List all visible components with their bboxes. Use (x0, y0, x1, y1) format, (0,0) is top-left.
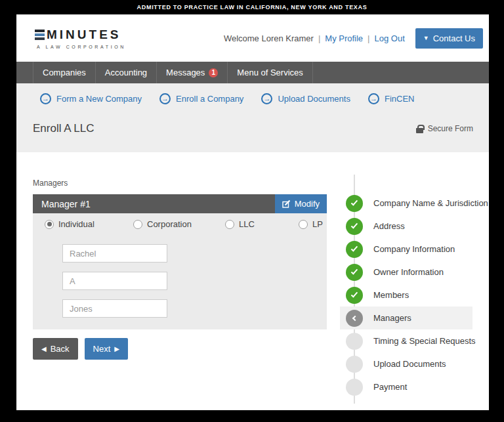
radio-label: Corporation (147, 219, 192, 229)
back-label: Back (51, 344, 70, 354)
quick-link-upload-documents[interactable]: → Upload Documents (261, 93, 350, 104)
empty-circle-icon (346, 356, 363, 373)
my-profile-link[interactable]: My Profile (325, 33, 363, 43)
radio-button-icon (133, 220, 142, 229)
step-upload-documents[interactable]: Upload Documents (346, 352, 472, 375)
check-circle-icon (346, 195, 363, 212)
title-row: Enroll A LLC Secure Form (16, 122, 489, 135)
check-circle-icon (346, 264, 363, 281)
main-content: Managers Manager #1 Modify Individual (16, 152, 489, 398)
contact-us-label: Contact Us (433, 33, 475, 43)
form-nav-buttons: ◀ Back Next ▶ (33, 338, 327, 360)
step-payment[interactable]: Payment (346, 375, 472, 398)
arrow-circle-icon: → (40, 93, 51, 104)
empty-circle-icon (346, 333, 363, 350)
step-members[interactable]: Members (346, 284, 472, 306)
site-header: MINUTES A LAW CORPORATION Welcome Loren … (16, 14, 489, 62)
step-label: Address (373, 221, 405, 231)
next-label: Next (93, 344, 111, 354)
middle-name-field[interactable] (62, 272, 167, 290)
step-label: Members (373, 290, 409, 300)
separator: | (318, 33, 320, 43)
quick-link-label: FinCEN (385, 94, 415, 104)
quick-link-label: Enroll a Company (176, 94, 243, 104)
eminutes-logo[interactable]: MINUTES A LAW CORPORATION (35, 28, 126, 49)
radio-llc[interactable]: LLC (225, 219, 299, 229)
step-company-name-jurisdiction[interactable]: Company Name & Jurisdiction (346, 192, 472, 215)
step-owner-information[interactable]: Owner Information (346, 261, 472, 284)
back-button[interactable]: ◀ Back (33, 338, 78, 360)
edit-icon (282, 200, 291, 208)
first-name-field[interactable] (62, 244, 167, 263)
radio-corporation[interactable]: Corporation (133, 219, 225, 229)
manager-form: Managers Manager #1 Modify Individual (33, 179, 327, 398)
nav-tab-messages[interactable]: Messages 1 (156, 62, 227, 83)
caret-down-icon: ▼ (423, 35, 429, 41)
page-title: Enroll A LLC (33, 122, 94, 135)
step-address[interactable]: Address (346, 215, 472, 238)
step-label: Company Information (373, 244, 455, 254)
quick-link-fincen[interactable]: → FinCEN (368, 93, 415, 104)
step-label: Managers (373, 313, 411, 323)
radio-lp[interactable]: LP (299, 219, 323, 229)
back-arrow-icon: ◀ (41, 345, 47, 352)
radio-button-icon (299, 220, 308, 229)
nav-tab-label: Menu of Services (237, 68, 303, 77)
page-header-band: → Form a New Company → Enroll a Company … (16, 83, 489, 152)
arrow-circle-icon: → (368, 93, 379, 104)
manager-panel-header: Manager #1 Modify (33, 194, 327, 213)
last-name-field[interactable] (62, 299, 167, 318)
logo-subtitle: A LAW CORPORATION (35, 45, 126, 49)
admitted-banner-text: ADMITTED TO PRACTICE LAW IN CALIFORNIA, … (137, 4, 368, 11)
radio-button-icon (45, 220, 54, 229)
next-arrow-icon: ▶ (114, 345, 119, 352)
next-button[interactable]: Next ▶ (85, 338, 128, 360)
modify-button[interactable]: Modify (275, 194, 327, 213)
welcome-text: Welcome Loren Kramer (224, 33, 314, 43)
nav-tab-accounting[interactable]: Accounting (95, 62, 156, 83)
lock-icon (416, 128, 423, 133)
messages-count-badge: 1 (209, 68, 218, 77)
logo-e-icon (35, 30, 45, 40)
contact-us-button[interactable]: ▼ Contact Us (415, 28, 483, 49)
manager-panel-body: Individual Corporation LLC LP (33, 213, 327, 329)
secure-form-label: Secure Form (428, 124, 473, 133)
entity-type-radio-group: Individual Corporation LLC LP (33, 213, 327, 235)
quick-links: → Form a New Company → Enroll a Company … (16, 83, 489, 104)
quick-link-form-new-company[interactable]: → Form a New Company (40, 93, 142, 104)
nav-tab-label: Accounting (105, 68, 147, 77)
quick-link-label: Form a New Company (56, 94, 142, 104)
progress-checklist: Company Name & Jurisdiction Address Comp… (346, 179, 472, 398)
logo-row: MINUTES (35, 28, 126, 42)
modify-label: Modify (295, 199, 320, 209)
step-label: Owner Information (373, 267, 444, 277)
step-label: Payment (373, 382, 407, 392)
quick-link-label: Upload Documents (278, 94, 350, 104)
radio-label: LP (312, 219, 323, 229)
manager-panel-title: Manager #1 (33, 199, 91, 209)
step-timing-special-requests[interactable]: Timing & Special Requests (346, 329, 472, 352)
radio-button-icon (225, 220, 234, 229)
nav-tab-menu-of-services[interactable]: Menu of Services (227, 62, 312, 83)
nav-tab-companies[interactable]: Companies (33, 62, 95, 83)
log-out-link[interactable]: Log Out (375, 33, 405, 43)
page-container: MINUTES A LAW CORPORATION Welcome Loren … (16, 14, 489, 410)
nav-tab-label: Messages (166, 68, 205, 77)
step-managers-current[interactable]: Managers (340, 306, 472, 329)
nav-tab-label: Companies (43, 68, 86, 77)
radio-individual[interactable]: Individual (45, 219, 133, 229)
logo-text: MINUTES (47, 28, 121, 42)
step-label: Timing & Special Requests (373, 336, 476, 346)
step-label: Company Name & Jurisdiction (373, 198, 488, 208)
empty-circle-icon (346, 379, 363, 396)
chevron-left-circle-icon (346, 310, 363, 327)
radio-label: Individual (58, 219, 94, 229)
arrow-circle-icon: → (261, 93, 272, 104)
header-right: Welcome Loren Kramer | My Profile | Log … (224, 28, 483, 49)
step-company-information[interactable]: Company Information (346, 238, 472, 261)
secure-form-indicator: Secure Form (416, 124, 473, 133)
check-circle-icon (346, 218, 363, 235)
step-label: Upload Documents (373, 359, 446, 369)
quick-link-enroll-company[interactable]: → Enroll a Company (159, 93, 243, 104)
arrow-circle-icon: → (159, 93, 171, 104)
